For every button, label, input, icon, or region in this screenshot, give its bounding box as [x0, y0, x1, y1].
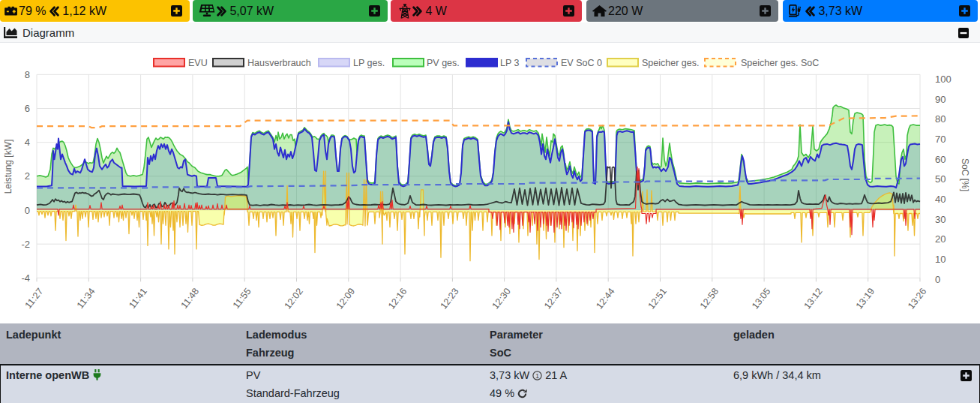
- svg-text:50: 50: [935, 173, 946, 185]
- svg-text:60: 60: [935, 154, 946, 165]
- svg-text:-4: -4: [21, 272, 30, 284]
- svg-text:2: 2: [25, 170, 30, 182]
- svg-text:SoC [%]: SoC [%]: [960, 158, 970, 191]
- svg-text:-2: -2: [21, 239, 30, 250]
- svg-text:Speicher ges. SoC: Speicher ges. SoC: [741, 58, 819, 68]
- svg-text:80: 80: [935, 113, 946, 125]
- svg-text:6: 6: [25, 103, 30, 114]
- svg-text:Hausverbrauch: Hausverbrauch: [247, 58, 311, 68]
- svg-text:4: 4: [25, 137, 30, 148]
- svg-text:40: 40: [935, 194, 946, 205]
- svg-text:100: 100: [935, 74, 952, 85]
- svg-text:0: 0: [25, 205, 30, 216]
- svg-text:Leistung [kW]: Leistung [kW]: [3, 140, 13, 194]
- svg-text:30: 30: [935, 214, 946, 225]
- svg-text:PV ges.: PV ges.: [427, 58, 460, 68]
- svg-text:LP ges.: LP ges.: [353, 58, 385, 68]
- svg-text:Speicher ges.: Speicher ges.: [642, 58, 699, 68]
- svg-text:10: 10: [935, 254, 946, 265]
- svg-text:0: 0: [935, 274, 940, 285]
- svg-text:20: 20: [935, 233, 946, 245]
- svg-text:90: 90: [935, 94, 946, 105]
- svg-text:LP 3: LP 3: [500, 58, 520, 68]
- svg-text:8: 8: [25, 69, 30, 80]
- svg-text:EVU: EVU: [188, 58, 208, 68]
- svg-text:1: 1: [535, 371, 539, 379]
- svg-text:70: 70: [935, 134, 946, 145]
- svg-text:EV SoC 0: EV SoC 0: [561, 58, 602, 68]
